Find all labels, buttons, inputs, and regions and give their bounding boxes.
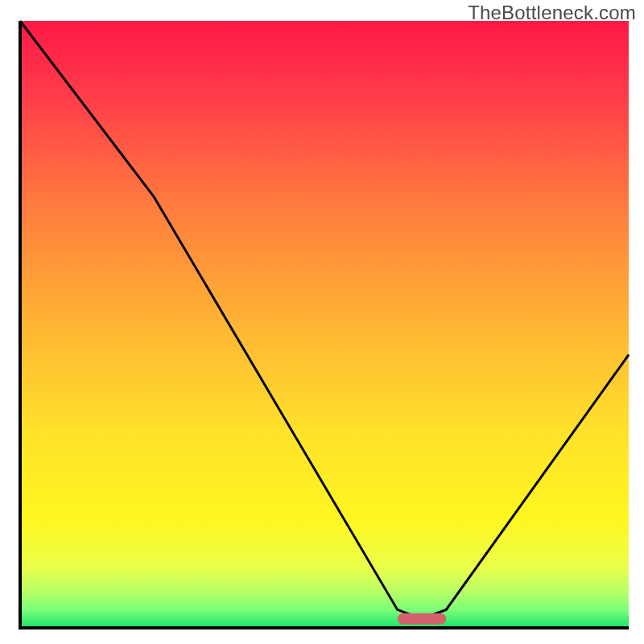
optimum-band (398, 613, 446, 625)
bottleneck-chart (0, 0, 644, 644)
chart-container: TheBottleneck.com (0, 0, 644, 644)
plot-background (20, 21, 629, 628)
